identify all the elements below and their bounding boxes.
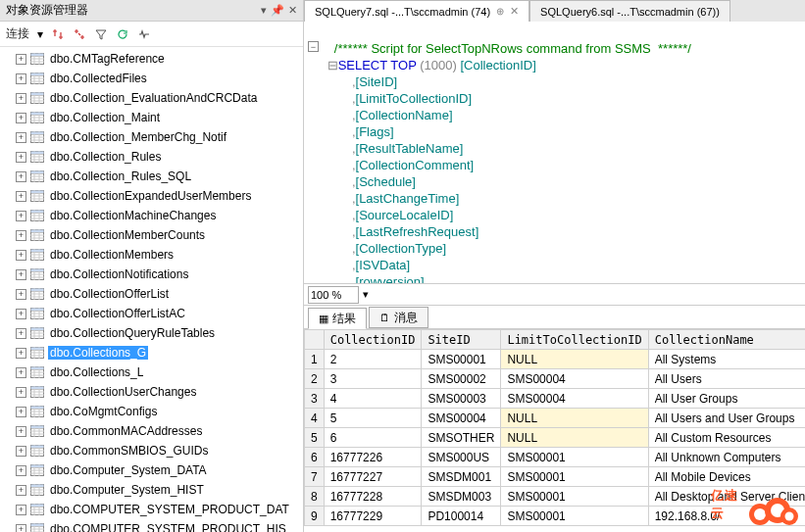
close-icon[interactable]: ✕ xyxy=(288,4,297,17)
expander-icon[interactable]: + xyxy=(16,171,26,182)
expander-icon[interactable]: + xyxy=(16,289,26,300)
cell-name[interactable]: All Users xyxy=(648,369,805,389)
column-header[interactable]: CollectionID xyxy=(324,330,422,350)
zoom-dropdown-icon[interactable]: ▾ xyxy=(363,288,369,301)
expander-icon[interactable]: + xyxy=(16,73,26,84)
cell-collectionid[interactable]: 3 xyxy=(324,369,422,389)
disconnect-icon[interactable] xyxy=(73,27,86,41)
cell-limit[interactable]: NULL xyxy=(501,350,648,369)
cell-siteid[interactable]: PD100014 xyxy=(422,507,501,526)
connect-label[interactable]: 连接 xyxy=(6,25,29,42)
cell-name[interactable]: All Custom Resources xyxy=(648,428,805,448)
expander-icon[interactable]: + xyxy=(16,348,26,359)
expander-icon[interactable]: + xyxy=(16,230,26,241)
tree-item[interactable]: +dbo.Collection_Rules xyxy=(0,147,303,167)
cell-name[interactable]: All User Groups xyxy=(648,389,805,409)
results-grid-wrap[interactable]: CollectionIDSiteIDLimitToCollectionIDCol… xyxy=(304,329,805,532)
table-row[interactable]: 23SMS00002SMS00004All Users xyxy=(305,369,806,389)
tree-item[interactable]: +dbo.CollectionOfferList xyxy=(0,284,303,304)
expander-icon[interactable]: + xyxy=(16,309,26,319)
expander-icon[interactable]: + xyxy=(16,426,26,437)
toolbar-dropdown-icon[interactable]: ▾ xyxy=(37,27,43,41)
cell-collectionid[interactable]: 5 xyxy=(324,409,422,428)
cell-collectionid[interactable]: 16777228 xyxy=(324,487,422,507)
tree-item[interactable]: +dbo.Collection_MemberChg_Notif xyxy=(0,127,303,147)
tree-item[interactable]: +dbo.CollectionMemberCounts xyxy=(0,225,303,245)
table-row[interactable]: 12SMS00001NULLAll Systems xyxy=(305,350,806,369)
cell-collectionid[interactable]: 6 xyxy=(324,428,422,448)
tree-item[interactable]: +dbo.Computer_System_HIST xyxy=(0,480,303,500)
tree-item[interactable]: +dbo.CollectionMembers xyxy=(0,245,303,265)
tree-item[interactable]: +dbo.CollectionNotifications xyxy=(0,265,303,284)
expander-icon[interactable]: + xyxy=(16,132,26,143)
cell-name[interactable]: 192.168.8.0/ xyxy=(648,507,805,526)
column-header[interactable]: SiteID xyxy=(422,330,501,350)
tree-item[interactable]: +dbo.CollectionExpandedUserMembers xyxy=(0,186,303,206)
tree-item[interactable]: +dbo.COMPUTER_SYSTEM_PRODUCT_HIS xyxy=(0,519,303,532)
cell-siteid[interactable]: SMSDM003 xyxy=(422,487,501,507)
expander-icon[interactable]: + xyxy=(16,93,26,104)
document-tab[interactable]: SQLQuery7.sql -...T\sccmadmin (74)⊕✕ xyxy=(304,0,529,22)
cell-collectionid[interactable]: 16777229 xyxy=(324,507,422,526)
tree-item[interactable]: +dbo.COMPUTER_SYSTEM_PRODUCT_DAT xyxy=(0,500,303,519)
table-row[interactable]: 716777227SMSDM001SMS00001All Mobile Devi… xyxy=(305,467,806,487)
tree-item[interactable]: +dbo.Computer_System_DATA xyxy=(0,460,303,480)
tree-item[interactable]: +dbo.CollectedFiles xyxy=(0,69,303,88)
expander-icon[interactable]: + xyxy=(16,211,26,221)
filter-icon[interactable] xyxy=(94,27,108,41)
cell-siteid[interactable]: SMS000US xyxy=(422,448,501,467)
expander-icon[interactable]: + xyxy=(16,113,26,123)
cell-siteid[interactable]: SMS00004 xyxy=(422,409,501,428)
tree-item[interactable]: +dbo.Collection_EvaluationAndCRCData xyxy=(0,88,303,108)
expander-icon[interactable]: + xyxy=(16,485,26,496)
expander-icon[interactable]: + xyxy=(16,328,26,339)
tab-results[interactable]: ▦ 结果 xyxy=(308,308,367,329)
close-icon[interactable]: ✕ xyxy=(510,5,519,18)
refresh-icon[interactable] xyxy=(116,27,129,41)
cell-limit[interactable]: SMS00001 xyxy=(501,507,648,526)
cell-limit[interactable]: SMS00004 xyxy=(501,369,648,389)
table-row[interactable]: 34SMS00003SMS00004All User Groups xyxy=(305,389,806,409)
expander-icon[interactable]: + xyxy=(16,446,26,457)
tree-item[interactable]: +dbo.Collections_G xyxy=(0,343,303,363)
tree-item[interactable]: +dbo.CollectionOfferListAC xyxy=(0,304,303,323)
cell-collectionid[interactable]: 16777226 xyxy=(324,448,422,467)
cell-collectionid[interactable]: 2 xyxy=(324,350,422,369)
cell-collectionid[interactable]: 4 xyxy=(324,389,422,409)
cell-limit[interactable]: SMS00001 xyxy=(501,487,648,507)
table-row[interactable]: 616777226SMS000USSMS00001All Unknown Com… xyxy=(305,448,806,467)
cell-siteid[interactable]: SMS00002 xyxy=(422,369,501,389)
tree-item[interactable]: +dbo.CollectionMachineChanges xyxy=(0,206,303,225)
cell-name[interactable]: All Users and User Groups xyxy=(648,409,805,428)
expander-icon[interactable]: + xyxy=(16,152,26,163)
cell-name[interactable]: All Unknown Computers xyxy=(648,448,805,467)
sql-editor[interactable]: − /****** Script for SelectTopNRows comm… xyxy=(304,22,805,284)
pin-icon[interactable]: 📌 xyxy=(271,4,284,17)
cell-name[interactable]: All Mobile Devices xyxy=(648,467,805,487)
cell-name[interactable]: All Systems xyxy=(648,350,805,369)
connect-icon[interactable] xyxy=(51,27,65,41)
cell-limit[interactable]: SMS00004 xyxy=(501,389,648,409)
cell-siteid[interactable]: SMSOTHER xyxy=(422,428,501,448)
tree-item[interactable]: +dbo.CommonMACAddresses xyxy=(0,421,303,441)
fold-icon[interactable]: − xyxy=(308,41,319,52)
expander-icon[interactable]: + xyxy=(16,191,26,202)
activity-icon[interactable] xyxy=(137,27,151,41)
cell-siteid[interactable]: SMS00001 xyxy=(422,350,501,369)
cell-siteid[interactable]: SMS00003 xyxy=(422,389,501,409)
expander-icon[interactable]: + xyxy=(16,250,26,261)
zoom-input[interactable] xyxy=(308,286,359,304)
pin-icon[interactable]: ⊕ xyxy=(496,6,504,17)
tree-item[interactable]: +dbo.CoMgmtConfigs xyxy=(0,402,303,421)
document-tab[interactable]: SQLQuery6.sql -...T\sccmadmin (67)) xyxy=(529,0,730,22)
tree-item[interactable]: +dbo.Collection_Maint xyxy=(0,108,303,127)
expander-icon[interactable]: + xyxy=(16,524,26,533)
tree-item[interactable]: +dbo.Collection_Rules_SQL xyxy=(0,167,303,186)
cell-limit[interactable]: SMS00001 xyxy=(501,448,648,467)
expander-icon[interactable]: + xyxy=(16,465,26,476)
cell-limit[interactable]: NULL xyxy=(501,428,648,448)
dropdown-icon[interactable]: ▾ xyxy=(261,4,267,17)
cell-siteid[interactable]: SMSDM001 xyxy=(422,467,501,487)
tab-messages[interactable]: 🗒 消息 xyxy=(369,307,428,328)
column-header[interactable]: CollectionName xyxy=(648,330,805,350)
